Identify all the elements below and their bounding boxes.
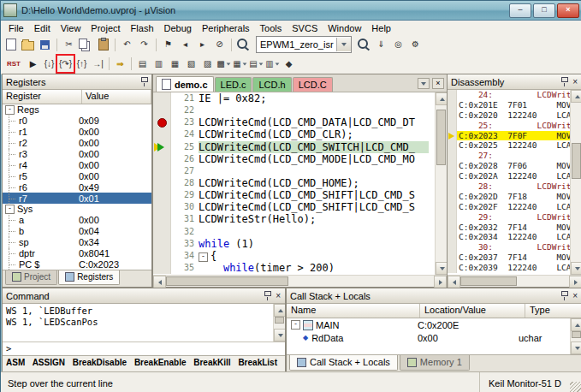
breakpoint-gutter[interactable] xyxy=(153,189,171,201)
disassembly-gutter[interactable] xyxy=(448,192,457,202)
register-group-sys[interactable]: -Sys xyxy=(3,204,151,215)
watch-window-button[interactable]: ▩ xyxy=(216,56,232,72)
code-editor[interactable]: 21IE |= 0x82;2223LCDWriteCmd(LCD_CMD_DAT… xyxy=(153,92,436,275)
next-bookmark-button[interactable]: ▸ xyxy=(194,37,210,53)
disassembly-row[interactable]: C:0x2020 122240 LCALL xyxy=(448,110,571,121)
menu-window[interactable]: Window xyxy=(323,22,366,34)
target-options-button[interactable]: ◎ xyxy=(390,37,406,53)
scroll-thumb[interactable] xyxy=(166,276,288,286)
save-button[interactable] xyxy=(37,37,53,53)
code-text[interactable]: LCDWriteCmd(LCD_CMD_DATA|LCD_CMD_DT xyxy=(199,116,436,128)
redo-button[interactable]: ↷ xyxy=(136,37,152,53)
code-text[interactable]: LCDWriteCmd(LCD_CMD_SWITCH|LCD_CMD_ xyxy=(199,141,436,153)
menu-svcs[interactable]: SVCS xyxy=(287,22,323,34)
analysis-window-button[interactable]: ▥ xyxy=(264,56,281,72)
run-button[interactable]: ▶ xyxy=(25,56,41,72)
pin-icon[interactable] xyxy=(264,291,271,300)
breakpoint-gutter[interactable] xyxy=(153,213,171,225)
target-combo[interactable]: EPWM1_zero_isr xyxy=(256,36,352,53)
disassembly-row[interactable]: C:0x202A 122240 LCALL xyxy=(448,171,571,181)
code-text[interactable] xyxy=(199,165,436,177)
breakpoint-gutter[interactable] xyxy=(153,201,171,213)
editor-hscrollbar[interactable] xyxy=(153,275,447,287)
disassembly-gutter[interactable] xyxy=(448,263,457,273)
disassembly-row[interactable]: 30: LCDWriteCmd xyxy=(448,242,571,252)
callstack-row-main[interactable]: -MAINC:0x200E xyxy=(287,318,571,331)
disassembly-row[interactable]: C:0x202F 122240 LCALL xyxy=(448,202,571,212)
editor-tab-lcd-c[interactable]: LCD.C xyxy=(293,77,333,92)
disassembly-row[interactable]: 28: LCDWriteCmd xyxy=(448,181,571,192)
scroll-track[interactable] xyxy=(274,317,285,329)
scroll-up-button[interactable] xyxy=(436,92,447,105)
disassembly-rows[interactable]: 24: LCDWriteCmdC:0x201E 7F01 MOVC:0x2020… xyxy=(448,90,571,275)
disassembly-gutter[interactable] xyxy=(448,212,457,223)
menu-help[interactable]: Help xyxy=(366,22,396,34)
menu-debug[interactable]: Debug xyxy=(159,22,197,34)
disassembly-gutter[interactable] xyxy=(448,242,457,252)
copy-button[interactable] xyxy=(78,37,94,53)
scroll-right-button[interactable] xyxy=(434,276,447,288)
code-text[interactable]: IE |= 0x82; xyxy=(199,92,436,104)
paste-button[interactable] xyxy=(95,37,111,53)
scroll-thumb[interactable] xyxy=(460,276,517,286)
breakpoint-gutter[interactable] xyxy=(153,165,171,177)
collapse-icon[interactable]: - xyxy=(5,105,15,115)
pin-icon[interactable] xyxy=(560,291,568,300)
run-to-cursor-button[interactable]: →| xyxy=(90,56,106,72)
register-row-pc[interactable]: PC $C:0x2023 xyxy=(3,258,151,270)
breakpoint-gutter[interactable] xyxy=(153,128,171,140)
scroll-right-button[interactable] xyxy=(569,276,581,288)
register-row-r6[interactable]: r60x49 xyxy=(3,181,151,193)
title-bar[interactable]: D:\Hello World\demo.uvproj - µVision – □… xyxy=(1,1,581,21)
disassembly-hscrollbar[interactable] xyxy=(448,275,581,287)
call-stack-window-button[interactable]: ▨ xyxy=(199,56,216,72)
configure-target-button[interactable]: ⚙ xyxy=(407,37,424,53)
minimize-button[interactable]: – xyxy=(509,3,531,18)
column-name[interactable]: Name xyxy=(287,304,420,318)
disassembly-gutter[interactable] xyxy=(448,232,457,242)
register-row-r4[interactable]: r40x00 xyxy=(3,159,151,170)
menu-project[interactable]: Project xyxy=(86,22,125,34)
maximize-button[interactable]: □ xyxy=(533,3,555,18)
register-group-regs[interactable]: -Regs xyxy=(3,104,151,116)
disassembly-row[interactable]: C:0x201E 7F01 MOV xyxy=(448,100,571,110)
code-text[interactable]: LCDWriteCmd(LCD_CMD_SHIFT|LCD_CMD_S xyxy=(199,189,436,201)
code-text[interactable]: while (1) xyxy=(199,238,436,250)
menu-tools[interactable]: Tools xyxy=(255,22,288,34)
close-panel-button[interactable]: × xyxy=(275,292,282,300)
column-register[interactable]: Register xyxy=(3,90,82,104)
cut-button[interactable]: ✂ xyxy=(61,37,77,53)
find-in-files-button[interactable] xyxy=(356,37,372,53)
register-row-r2[interactable]: r20x00 xyxy=(3,138,151,149)
register-row-sp[interactable]: sp0x34 xyxy=(3,237,151,248)
scroll-down-button[interactable] xyxy=(436,262,447,275)
column-type[interactable]: Type xyxy=(525,304,581,318)
disassembly-row[interactable]: C:0x2028 7F06 MOV xyxy=(448,161,571,171)
registers-window-button[interactable]: ▧ xyxy=(183,56,199,72)
code-text[interactable]: LCDWriteCmd(LCD_CMD_HOME); xyxy=(199,177,436,189)
disassembly-row[interactable]: C:0x2023 7F0F MOV xyxy=(448,131,571,141)
disassembly-row[interactable]: C:0x2025 122240 LCALL xyxy=(448,140,571,151)
disassembly-row[interactable]: C:0x202D 7F18 MOV xyxy=(448,192,571,202)
collapse-icon[interactable]: - xyxy=(291,320,300,330)
undo-button[interactable]: ↶ xyxy=(119,37,135,53)
scroll-up-button[interactable] xyxy=(571,90,581,103)
code-text[interactable] xyxy=(199,104,436,116)
breakpoint-gutter[interactable] xyxy=(153,226,171,238)
register-row-r1[interactable]: r10x00 xyxy=(3,127,151,138)
open-folder-button[interactable] xyxy=(20,37,36,53)
scroll-track[interactable] xyxy=(166,276,434,287)
disassembly-row[interactable]: 25: LCDWriteCmd xyxy=(448,121,571,131)
disassembly-vscrollbar[interactable] xyxy=(570,90,581,275)
register-row-r5[interactable]: r50x00 xyxy=(3,170,151,181)
column-location-value[interactable]: Location/Value xyxy=(420,304,525,318)
register-row-b[interactable]: b0x04 xyxy=(3,226,151,237)
register-row-r3[interactable]: r30x00 xyxy=(3,149,151,160)
scroll-left-button[interactable] xyxy=(153,276,166,288)
bottom-tab-memory-1[interactable]: Memory 1 xyxy=(400,355,470,371)
scroll-down-button[interactable] xyxy=(571,342,581,354)
disassembly-gutter[interactable] xyxy=(448,121,457,131)
clear-bookmarks-button[interactable]: ⊘ xyxy=(211,37,228,53)
step-out-button[interactable]: {↑} xyxy=(74,56,90,72)
bottom-tab-registers[interactable]: Registers xyxy=(58,270,120,285)
